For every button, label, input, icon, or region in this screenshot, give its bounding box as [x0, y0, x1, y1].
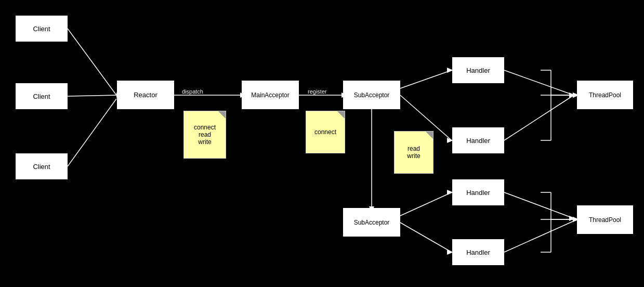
svg-marker-19: [569, 93, 575, 98]
svg-line-20: [504, 95, 574, 140]
client1-box: Client: [16, 16, 68, 42]
diagram: Client Client Client Reactor MainAccepto…: [0, 0, 644, 287]
handler2-box: Handler: [452, 127, 504, 153]
handler3-box: Handler: [452, 179, 504, 205]
svg-line-1: [68, 95, 117, 96]
handler4-box: Handler: [452, 239, 504, 265]
handler1-box: Handler: [452, 57, 504, 83]
svg-line-8: [400, 70, 452, 88]
svg-line-16: [400, 223, 452, 252]
threadpool2-box: ThreadPool: [577, 205, 633, 234]
note-connect-read-write: connect read write: [183, 111, 226, 159]
client3-box: Client: [16, 153, 68, 179]
subacceptor2-box: SubAcceptor: [343, 208, 400, 237]
dispatch-label: dispatch: [182, 88, 203, 95]
note-read-write: read write: [394, 131, 433, 174]
note-connect: connect: [306, 111, 345, 153]
client2-box: Client: [16, 83, 68, 109]
svg-line-3: [68, 99, 116, 166]
threadpool1-box: ThreadPool: [577, 81, 633, 109]
svg-line-0: [68, 29, 116, 95]
reactor-box: Reactor: [117, 81, 174, 109]
svg-line-23: [504, 221, 574, 252]
svg-marker-22: [569, 216, 575, 221]
svg-line-14: [400, 192, 452, 216]
svg-line-18: [504, 70, 574, 95]
svg-line-21: [504, 192, 574, 218]
subacceptor1-box: SubAcceptor: [343, 81, 400, 109]
mainacceptor-box: MainAcceptor: [242, 81, 299, 109]
register-label: register: [308, 88, 327, 95]
